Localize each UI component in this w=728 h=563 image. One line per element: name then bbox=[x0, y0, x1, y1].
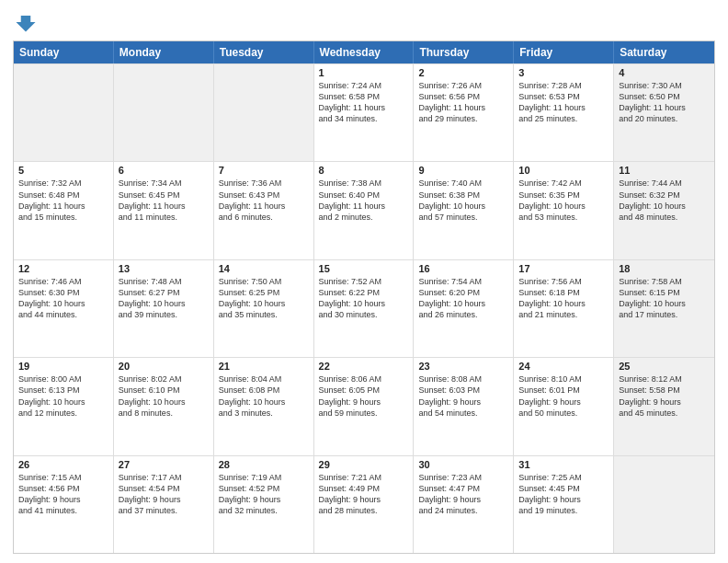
cal-cell-28: 28Sunrise: 7:19 AM Sunset: 4:52 PM Dayli… bbox=[214, 456, 314, 553]
day-number: 25 bbox=[619, 361, 710, 372]
day-info: Sunrise: 8:06 AM Sunset: 6:05 PM Dayligh… bbox=[319, 373, 409, 419]
day-number: 31 bbox=[518, 459, 609, 470]
day-number: 17 bbox=[518, 263, 609, 274]
day-info: Sunrise: 7:58 AM Sunset: 6:15 PM Dayligh… bbox=[619, 276, 710, 321]
calendar-row-4: 19Sunrise: 8:00 AM Sunset: 6:13 PM Dayli… bbox=[14, 357, 714, 454]
day-number: 18 bbox=[619, 263, 710, 274]
calendar-row-3: 12Sunrise: 7:46 AM Sunset: 6:30 PM Dayli… bbox=[14, 259, 714, 357]
day-number: 11 bbox=[619, 165, 710, 176]
header-day-friday: Friday bbox=[514, 41, 614, 63]
day-number: 30 bbox=[418, 459, 508, 470]
header-day-sunday: Sunday bbox=[14, 41, 114, 63]
day-info: Sunrise: 7:56 AM Sunset: 6:18 PM Dayligh… bbox=[518, 276, 609, 321]
calendar-body: 1Sunrise: 7:24 AM Sunset: 6:58 PM Daylig… bbox=[14, 63, 714, 553]
cal-cell-empty-0-0 bbox=[14, 64, 114, 161]
cal-cell-21: 21Sunrise: 8:04 AM Sunset: 6:08 PM Dayli… bbox=[214, 358, 314, 454]
header-day-saturday: Saturday bbox=[614, 41, 714, 63]
day-info: Sunrise: 7:34 AM Sunset: 6:45 PM Dayligh… bbox=[119, 178, 209, 223]
day-info: Sunrise: 8:04 AM Sunset: 6:08 PM Dayligh… bbox=[219, 373, 309, 419]
cal-cell-18: 18Sunrise: 7:58 AM Sunset: 6:15 PM Dayli… bbox=[614, 260, 714, 357]
page: SundayMondayTuesdayWednesdayThursdayFrid… bbox=[0, 0, 728, 563]
day-info: Sunrise: 7:44 AM Sunset: 6:32 PM Dayligh… bbox=[619, 178, 710, 223]
day-info: Sunrise: 7:38 AM Sunset: 6:40 PM Dayligh… bbox=[319, 178, 409, 223]
cal-cell-5: 5Sunrise: 7:32 AM Sunset: 6:48 PM Daylig… bbox=[14, 162, 114, 259]
day-number: 22 bbox=[319, 361, 409, 372]
cal-cell-3: 3Sunrise: 7:28 AM Sunset: 6:53 PM Daylig… bbox=[514, 64, 614, 161]
day-number: 12 bbox=[18, 263, 108, 274]
day-number: 21 bbox=[219, 361, 309, 372]
cal-cell-4: 4Sunrise: 7:30 AM Sunset: 6:50 PM Daylig… bbox=[614, 64, 714, 161]
cal-cell-17: 17Sunrise: 7:56 AM Sunset: 6:18 PM Dayli… bbox=[514, 260, 614, 357]
calendar-header: SundayMondayTuesdayWednesdayThursdayFrid… bbox=[14, 41, 714, 63]
day-number: 4 bbox=[619, 67, 710, 78]
cal-cell-empty-0-1 bbox=[114, 64, 214, 161]
day-info: Sunrise: 8:08 AM Sunset: 6:03 PM Dayligh… bbox=[418, 373, 508, 419]
cal-cell-1: 1Sunrise: 7:24 AM Sunset: 6:58 PM Daylig… bbox=[314, 64, 415, 161]
day-info: Sunrise: 7:24 AM Sunset: 6:58 PM Dayligh… bbox=[319, 80, 409, 125]
cal-cell-empty-4-6 bbox=[614, 456, 714, 553]
day-number: 13 bbox=[119, 263, 209, 274]
day-info: Sunrise: 7:15 AM Sunset: 4:56 PM Dayligh… bbox=[18, 472, 108, 517]
day-number: 3 bbox=[518, 67, 609, 78]
cal-cell-8: 8Sunrise: 7:38 AM Sunset: 6:40 PM Daylig… bbox=[314, 162, 415, 259]
header bbox=[13, 9, 715, 35]
cal-cell-27: 27Sunrise: 7:17 AM Sunset: 4:54 PM Dayli… bbox=[114, 456, 214, 553]
day-info: Sunrise: 7:52 AM Sunset: 6:22 PM Dayligh… bbox=[319, 276, 409, 321]
calendar-row-5: 26Sunrise: 7:15 AM Sunset: 4:56 PM Dayli… bbox=[14, 455, 714, 553]
cal-cell-20: 20Sunrise: 8:02 AM Sunset: 6:10 PM Dayli… bbox=[114, 358, 214, 454]
day-number: 19 bbox=[18, 361, 108, 372]
day-info: Sunrise: 7:25 AM Sunset: 4:45 PM Dayligh… bbox=[518, 472, 609, 517]
logo bbox=[13, 9, 42, 35]
cal-cell-11: 11Sunrise: 7:44 AM Sunset: 6:32 PM Dayli… bbox=[614, 162, 714, 259]
cal-cell-22: 22Sunrise: 8:06 AM Sunset: 6:05 PM Dayli… bbox=[314, 358, 415, 454]
header-day-thursday: Thursday bbox=[414, 41, 514, 63]
day-number: 16 bbox=[418, 263, 508, 274]
cal-cell-14: 14Sunrise: 7:50 AM Sunset: 6:25 PM Dayli… bbox=[214, 260, 314, 357]
day-info: Sunrise: 7:32 AM Sunset: 6:48 PM Dayligh… bbox=[18, 178, 108, 223]
calendar-row-1: 1Sunrise: 7:24 AM Sunset: 6:58 PM Daylig… bbox=[14, 63, 714, 161]
day-number: 10 bbox=[518, 165, 609, 176]
day-info: Sunrise: 7:26 AM Sunset: 6:56 PM Dayligh… bbox=[418, 80, 508, 125]
header-day-monday: Monday bbox=[114, 41, 214, 63]
cal-cell-10: 10Sunrise: 7:42 AM Sunset: 6:35 PM Dayli… bbox=[514, 162, 614, 259]
day-info: Sunrise: 7:54 AM Sunset: 6:20 PM Dayligh… bbox=[418, 276, 508, 321]
day-info: Sunrise: 8:00 AM Sunset: 6:13 PM Dayligh… bbox=[18, 373, 108, 419]
cal-cell-7: 7Sunrise: 7:36 AM Sunset: 6:43 PM Daylig… bbox=[214, 162, 314, 259]
day-info: Sunrise: 7:23 AM Sunset: 4:47 PM Dayligh… bbox=[418, 472, 508, 517]
day-info: Sunrise: 7:36 AM Sunset: 6:43 PM Dayligh… bbox=[219, 178, 309, 223]
day-number: 7 bbox=[219, 165, 309, 176]
day-number: 8 bbox=[319, 165, 409, 176]
cal-cell-9: 9Sunrise: 7:40 AM Sunset: 6:38 PM Daylig… bbox=[414, 162, 514, 259]
calendar-row-2: 5Sunrise: 7:32 AM Sunset: 6:48 PM Daylig… bbox=[14, 161, 714, 259]
cal-cell-19: 19Sunrise: 8:00 AM Sunset: 6:13 PM Dayli… bbox=[14, 358, 114, 454]
day-number: 27 bbox=[119, 459, 209, 470]
day-number: 28 bbox=[219, 459, 309, 470]
cal-cell-24: 24Sunrise: 8:10 AM Sunset: 6:01 PM Dayli… bbox=[514, 358, 614, 454]
logo-icon bbox=[13, 9, 39, 35]
header-day-wednesday: Wednesday bbox=[314, 41, 415, 63]
day-info: Sunrise: 7:21 AM Sunset: 4:49 PM Dayligh… bbox=[319, 472, 409, 517]
header-day-tuesday: Tuesday bbox=[214, 41, 314, 63]
day-number: 26 bbox=[18, 459, 108, 470]
day-number: 5 bbox=[18, 165, 108, 176]
cal-cell-16: 16Sunrise: 7:54 AM Sunset: 6:20 PM Dayli… bbox=[414, 260, 514, 357]
day-info: Sunrise: 7:48 AM Sunset: 6:27 PM Dayligh… bbox=[119, 276, 209, 321]
day-number: 9 bbox=[418, 165, 508, 176]
cal-cell-26: 26Sunrise: 7:15 AM Sunset: 4:56 PM Dayli… bbox=[14, 456, 114, 553]
cal-cell-15: 15Sunrise: 7:52 AM Sunset: 6:22 PM Dayli… bbox=[314, 260, 415, 357]
day-number: 20 bbox=[119, 361, 209, 372]
cal-cell-12: 12Sunrise: 7:46 AM Sunset: 6:30 PM Dayli… bbox=[14, 260, 114, 357]
day-number: 24 bbox=[518, 361, 609, 372]
cal-cell-25: 25Sunrise: 8:12 AM Sunset: 5:58 PM Dayli… bbox=[614, 358, 714, 454]
day-info: Sunrise: 7:40 AM Sunset: 6:38 PM Dayligh… bbox=[418, 178, 508, 223]
svg-marker-0 bbox=[17, 16, 36, 32]
day-info: Sunrise: 8:12 AM Sunset: 5:58 PM Dayligh… bbox=[619, 373, 710, 419]
day-number: 1 bbox=[319, 67, 409, 78]
day-number: 15 bbox=[319, 263, 409, 274]
day-info: Sunrise: 7:46 AM Sunset: 6:30 PM Dayligh… bbox=[18, 276, 108, 321]
day-info: Sunrise: 7:28 AM Sunset: 6:53 PM Dayligh… bbox=[518, 80, 609, 125]
day-info: Sunrise: 8:10 AM Sunset: 6:01 PM Dayligh… bbox=[518, 373, 609, 419]
cal-cell-13: 13Sunrise: 7:48 AM Sunset: 6:27 PM Dayli… bbox=[114, 260, 214, 357]
day-number: 23 bbox=[418, 361, 508, 372]
day-number: 2 bbox=[418, 67, 508, 78]
